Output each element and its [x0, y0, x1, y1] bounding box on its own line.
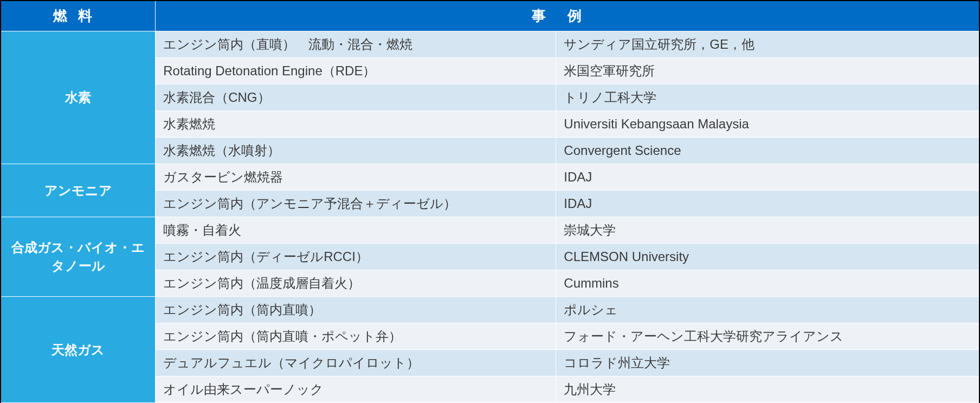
table-row: 水素エンジン筒内（直噴） 流動・混合・燃焼サンディア国立研究所，GE，他	[1, 31, 979, 58]
organization-cell: IDAJ	[556, 191, 979, 217]
organization-cell: IDAJ	[556, 164, 979, 191]
organization-cell: コロラド州立大学	[556, 350, 979, 376]
organization-cell: Convergent Science	[556, 138, 979, 164]
organization-cell: トリノ工科大学	[556, 84, 979, 111]
example-description-cell: デュアルフュエル（マイクロパイロット）	[156, 350, 556, 376]
organization-cell: Cummins	[556, 270, 979, 297]
organization-cell: Universiti Kebangsaan Malaysia	[556, 111, 979, 138]
example-description-cell: エンジン筒内（温度成層自着火）	[156, 270, 556, 297]
example-description-cell: Rotating Detonation Engine（RDE）	[156, 58, 556, 84]
table-row: アンモニアガスタービン燃焼器IDAJ	[1, 164, 979, 191]
example-description-cell: エンジン筒内（直噴） 流動・混合・燃焼	[156, 31, 556, 58]
fuel-category-cell: アンモニア	[1, 164, 156, 217]
fuel-category-cell: 合成ガス・バイオ・エタノール	[1, 217, 156, 297]
organization-cell: ポルシェ	[556, 297, 979, 323]
example-description-cell: 水素混合（CNG）	[156, 84, 556, 111]
organization-cell: サンディア国立研究所，GE，他	[556, 31, 979, 58]
organization-cell: フォード・アーヘン工科大学研究アライアンス	[556, 323, 979, 350]
example-description-cell: エンジン筒内（アンモニア予混合＋ディーゼル）	[156, 191, 556, 217]
table-row: 合成ガス・バイオ・エタノール噴霧・自着火崇城大学	[1, 217, 979, 244]
fuel-category-cell: 水素	[1, 31, 156, 164]
header-example: 事例	[156, 1, 979, 31]
table-row: 天然ガスエンジン筒内（筒内直噴）ポルシェ	[1, 297, 979, 323]
example-description-cell: 水素燃焼（水噴射）	[156, 138, 556, 164]
table-body: 水素エンジン筒内（直噴） 流動・混合・燃焼サンディア国立研究所，GE，他Rota…	[1, 31, 979, 404]
fuel-category-cell: 天然ガス	[1, 297, 156, 403]
example-description-cell: エンジン筒内（筒内直噴・ポペット弁）	[156, 323, 556, 350]
example-description-cell: ガスタービン燃焼器	[156, 164, 556, 191]
example-description-cell: 噴霧・自着火	[156, 217, 556, 244]
table-header-row: 燃料 事例	[1, 1, 979, 31]
organization-cell: 九州大学	[556, 376, 979, 403]
example-description-cell: オイル由来スーパーノック	[156, 376, 556, 403]
organization-cell: 米国空軍研究所	[556, 58, 979, 84]
organization-cell: CLEMSON University	[556, 244, 979, 270]
example-description-cell: エンジン筒内（ディーゼルRCCI）	[156, 244, 556, 270]
example-description-cell: エンジン筒内（筒内直噴）	[156, 297, 556, 323]
fuel-examples-table: 燃料 事例 水素エンジン筒内（直噴） 流動・混合・燃焼サンディア国立研究所，GE…	[0, 0, 980, 403]
example-description-cell: 水素燃焼	[156, 111, 556, 138]
header-fuel: 燃料	[1, 1, 156, 31]
organization-cell: 崇城大学	[556, 217, 979, 244]
